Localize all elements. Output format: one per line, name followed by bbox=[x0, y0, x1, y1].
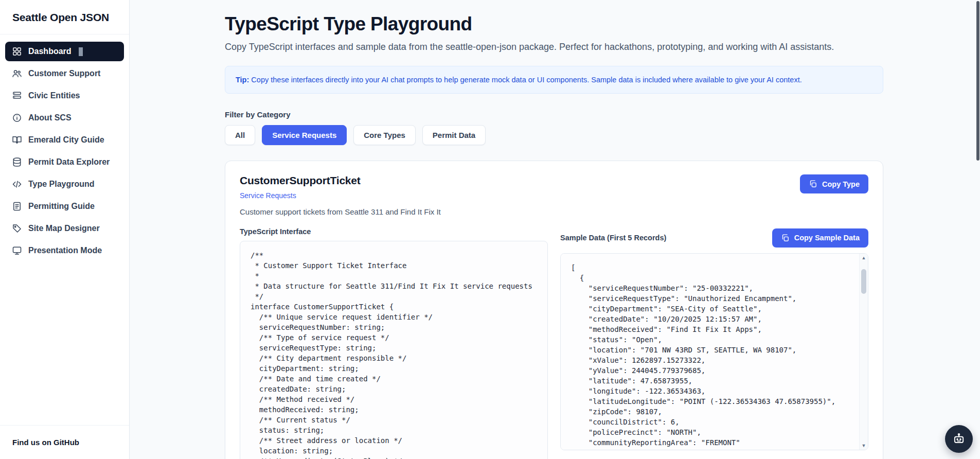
filter-buttons: All Service Requests Core Types Permit D… bbox=[225, 125, 980, 145]
sample-data-label: Sample Data (First 5 Records) bbox=[560, 234, 666, 242]
sidebar-nav: Dashboard Customer Support Civic Entitie… bbox=[0, 34, 129, 268]
card-title: CustomerSupportTicket bbox=[240, 174, 441, 187]
sidebar-item-dashboard[interactable]: Dashboard bbox=[5, 42, 124, 61]
code-icon bbox=[12, 179, 22, 189]
sidebar-item-label: Dashboard bbox=[28, 47, 72, 56]
sidebar-item-site-map-designer[interactable]: Site Map Designer bbox=[5, 219, 124, 238]
tag-icon bbox=[12, 223, 22, 234]
sidebar-item-customer-support[interactable]: Customer Support bbox=[5, 64, 124, 83]
ai-assistant-button[interactable] bbox=[945, 425, 973, 453]
type-card: CustomerSupportTicket Service Requests C… bbox=[225, 161, 883, 459]
interface-column: TypeScript Interface /** * Customer Supp… bbox=[240, 227, 548, 459]
sample-code-block: [ { "serviceRequestNumber": "25-00332221… bbox=[561, 254, 868, 450]
sidebar-item-label: Permit Data Explorer bbox=[28, 157, 110, 167]
filter-service-requests-button[interactable]: Service Requests bbox=[262, 125, 347, 145]
copy-sample-data-label: Copy Sample Data bbox=[794, 234, 860, 242]
info-icon bbox=[12, 113, 22, 123]
card-description: Customer support tickets from Seattle 31… bbox=[240, 207, 441, 216]
sample-scrollbar[interactable]: ▲ ▼ bbox=[859, 254, 868, 450]
sidebar-item-label: Type Playground bbox=[28, 180, 95, 189]
copy-icon bbox=[781, 234, 790, 242]
grid-icon bbox=[12, 46, 22, 57]
sidebar-item-label: Permitting Guide bbox=[28, 202, 95, 211]
rows-icon bbox=[12, 91, 22, 101]
tip-banner: Tip: Copy these interfaces directly into… bbox=[225, 66, 883, 94]
page-subtitle: Copy TypeScript interfaces and sample da… bbox=[225, 42, 980, 52]
copy-icon bbox=[809, 180, 817, 188]
sidebar: Seattle Open JSON Dashboard Customer Sup… bbox=[0, 0, 130, 459]
filter-core-types-button[interactable]: Core Types bbox=[353, 125, 416, 145]
filter-all-button[interactable]: All bbox=[225, 125, 255, 145]
sidebar-item-type-playground[interactable]: Type Playground bbox=[5, 174, 124, 194]
tip-text: Copy these interfaces directly into your… bbox=[249, 76, 801, 84]
monitor-icon bbox=[12, 245, 22, 256]
sidebar-item-label: Presentation Mode bbox=[28, 246, 102, 255]
scrollbar-thumb[interactable] bbox=[861, 269, 866, 294]
copy-type-label: Copy Type bbox=[822, 180, 860, 188]
sidebar-item-label: Civic Entities bbox=[28, 91, 80, 100]
interface-code-block: /** * Customer Support Ticket Interface … bbox=[240, 241, 548, 459]
sidebar-item-presentation-mode[interactable]: Presentation Mode bbox=[5, 241, 124, 260]
sidebar-item-label: Customer Support bbox=[28, 69, 100, 78]
page-title: TypeScript Type Playground bbox=[225, 13, 980, 35]
sidebar-item-label: Emerald City Guide bbox=[28, 135, 104, 145]
sidebar-item-label: About SCS bbox=[28, 113, 72, 122]
page-scrollbar-thumb[interactable] bbox=[976, 1, 979, 161]
sidebar-item-civic-entities[interactable]: Civic Entities bbox=[5, 86, 124, 105]
sidebar-item-permit-data-explorer[interactable]: Permit Data Explorer bbox=[5, 152, 124, 172]
book-icon bbox=[12, 135, 22, 145]
scroll-up-arrow[interactable]: ▲ bbox=[862, 254, 866, 262]
main-content: TypeScript Type Playground Copy TypeScri… bbox=[130, 0, 980, 459]
copy-type-button[interactable]: Copy Type bbox=[800, 174, 868, 193]
filter-permit-data-button[interactable]: Permit Data bbox=[422, 125, 486, 145]
scroll-down-arrow[interactable]: ▼ bbox=[862, 442, 866, 450]
copy-sample-data-button[interactable]: Copy Sample Data bbox=[772, 228, 868, 248]
users-icon bbox=[12, 68, 22, 79]
sample-data-scroll-area[interactable]: [ { "serviceRequestNumber": "25-00332221… bbox=[560, 253, 868, 450]
sidebar-item-permitting-guide[interactable]: Permitting Guide bbox=[5, 197, 124, 216]
github-link[interactable]: Find us on GitHub bbox=[0, 425, 129, 459]
text-cursor bbox=[79, 47, 83, 56]
card-category-label: Service Requests bbox=[240, 191, 441, 200]
database-icon bbox=[12, 157, 22, 167]
interface-label: TypeScript Interface bbox=[240, 227, 311, 236]
tip-label: Tip: bbox=[236, 76, 249, 84]
page-scrollbar[interactable] bbox=[976, 0, 980, 459]
sidebar-item-label: Site Map Designer bbox=[28, 224, 100, 233]
sample-data-column: Sample Data (First 5 Records) Copy Sampl… bbox=[560, 227, 868, 450]
card-head-left: CustomerSupportTicket Service Requests C… bbox=[240, 174, 441, 216]
document-icon bbox=[12, 201, 22, 211]
robot-icon bbox=[952, 432, 966, 446]
app-title: Seattle Open JSON bbox=[0, 0, 129, 34]
filter-label: Filter by Category bbox=[225, 110, 980, 119]
sidebar-item-emerald-city-guide[interactable]: Emerald City Guide bbox=[5, 130, 124, 150]
sidebar-item-about-scs[interactable]: About SCS bbox=[5, 108, 124, 128]
